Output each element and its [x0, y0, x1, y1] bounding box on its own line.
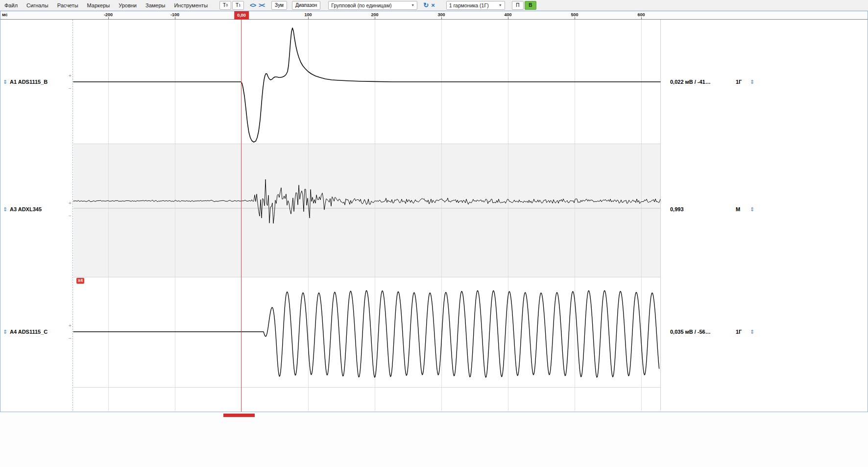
time-tick-label: 200 [371, 12, 378, 17]
time-tick-mark [641, 17, 642, 19]
time-tick-label: -200 [104, 12, 113, 17]
channel-band-0 [73, 20, 660, 144]
channel-drag-handle-icon[interactable]: ⇕ [3, 206, 7, 213]
harmonic-dropdown[interactable]: 1 гармоника (1Г) ▼ [446, 1, 505, 10]
time-tick-label: 600 [637, 12, 645, 17]
channel-band-2 [73, 277, 660, 387]
chevron-down-icon: ▼ [495, 3, 502, 7]
channel-band-1 [73, 144, 660, 277]
group-mode-value: Групповой (по единицам) [331, 2, 391, 8]
oscilloscope-app: ФайлСигналыРасчетыМаркерыУровниЗамерыИнс… [0, 0, 868, 467]
channel-scale-handle-icon[interactable]: ⇕ [750, 79, 754, 85]
menu-item-2[interactable]: Расчеты [53, 0, 83, 10]
channel-label[interactable]: A4 ADS1115_C [10, 329, 48, 335]
scale-minus-icon[interactable]: − [69, 86, 72, 91]
expand-horizontal-icon[interactable]: <> [248, 2, 257, 9]
grid-vline [441, 20, 442, 411]
channel-unit: 1Г [736, 79, 742, 85]
menu-item-3[interactable]: Маркеры [83, 0, 115, 10]
scale-plus-icon[interactable]: + [69, 73, 72, 78]
toolbar: ФайлСигналыРасчетыМаркерыУровниЗамерыИнс… [0, 0, 868, 11]
time-tick-mark [575, 17, 575, 19]
channel-separator-line [73, 144, 660, 144]
ruler-unit-label: мс [2, 12, 8, 17]
channel-unit: 1Г [736, 329, 742, 335]
scale-plus-icon[interactable]: + [69, 200, 72, 206]
grid-vline [375, 20, 375, 411]
channel-scale-handle-icon[interactable]: ⇕ [750, 206, 754, 213]
t0-sub: 0 [226, 3, 228, 7]
channel-value: 0,993 [670, 206, 684, 212]
scale-minus-icon[interactable]: − [69, 213, 72, 219]
cursor-position-handle[interactable] [223, 414, 255, 417]
time-tick-mark [441, 17, 442, 19]
time-tick-mark [508, 17, 508, 19]
time-tick-mark [375, 17, 375, 19]
menu-item-6[interactable]: Инструменты [169, 0, 212, 10]
menu-bar: ФайлСигналыРасчетыМаркерыУровниЗамерыИнс… [0, 0, 212, 10]
channel-value: 0,035 мВ / -56… [670, 329, 711, 335]
collapse-horizontal-icon[interactable]: >< [257, 2, 266, 9]
channel-scale-handle-icon[interactable]: ⇕ [750, 329, 754, 335]
menu-item-5[interactable]: Замеры [141, 0, 169, 10]
record-end-line [660, 20, 661, 411]
scale-minus-icon[interactable]: − [69, 336, 72, 341]
menu-item-4[interactable]: Уровни [114, 0, 141, 10]
time-tick-label: -100 [170, 12, 179, 17]
grid-vline [641, 20, 642, 411]
grid-vline [508, 20, 508, 411]
grid-vline [308, 20, 309, 411]
channel-label[interactable]: A1 ADS1115_B [10, 79, 48, 85]
chevron-down-icon: ▼ [408, 3, 414, 7]
channel-unit: М [736, 206, 740, 212]
record-start-line [72, 20, 73, 411]
autoscale-icon[interactable]: × [430, 1, 436, 9]
plot-area: ⇕A1 ADS1115_B+−0,022 мВ / -41…1Г⇕⇕A3 ADX… [0, 20, 868, 412]
time-tick-label: 100 [304, 12, 312, 17]
time-tick-label: 400 [504, 12, 511, 17]
channel-drag-handle-icon[interactable]: ⇕ [3, 329, 7, 335]
channel-label[interactable]: A3 ADXL345 [10, 206, 42, 212]
menu-item-0[interactable]: Файл [0, 0, 22, 10]
grid-vline [575, 20, 575, 411]
p-toggle-button[interactable]: П [512, 1, 524, 10]
harmonic-value: 1 гармоника (1Г) [449, 2, 489, 8]
time-cursor-line[interactable] [241, 20, 241, 412]
channel-value: 0,022 мВ / -41… [670, 79, 711, 85]
channel-separator-line [73, 277, 660, 277]
t0-marker-button[interactable]: T0 [219, 1, 231, 10]
time-tick-mark [108, 17, 109, 19]
menu-item-1[interactable]: Сигналы [22, 0, 53, 10]
time-tick-mark [175, 17, 175, 19]
channel-band-3 [73, 387, 660, 411]
scale-plus-icon[interactable]: + [69, 323, 72, 328]
grid-vline [175, 20, 175, 411]
refresh-icon[interactable]: ↻ [422, 1, 430, 9]
time-tick-label: 500 [571, 12, 578, 17]
t1-sub: 1 [239, 3, 241, 7]
cursor-time-badge[interactable]: 0,00 [234, 11, 249, 20]
group-mode-dropdown[interactable]: Групповой (по единицам) ▼ [328, 1, 417, 10]
channel-separator-line [73, 387, 660, 388]
v-toggle-button[interactable]: В [525, 1, 536, 10]
bottom-strip [0, 413, 868, 467]
range-button[interactable]: Диапазон [292, 1, 320, 10]
gain-badge: x4 [76, 278, 84, 284]
channel-drag-handle-icon[interactable]: ⇕ [3, 79, 7, 85]
zoom-button[interactable]: Зум [271, 1, 287, 10]
time-ruler[interactable]: мс 0,00 -200-100100200300400500600 [0, 11, 868, 20]
t1-marker-button[interactable]: T1 [232, 1, 244, 10]
time-tick-mark [308, 17, 309, 19]
time-tick-label: 300 [437, 12, 445, 17]
grid-vline [108, 20, 109, 411]
